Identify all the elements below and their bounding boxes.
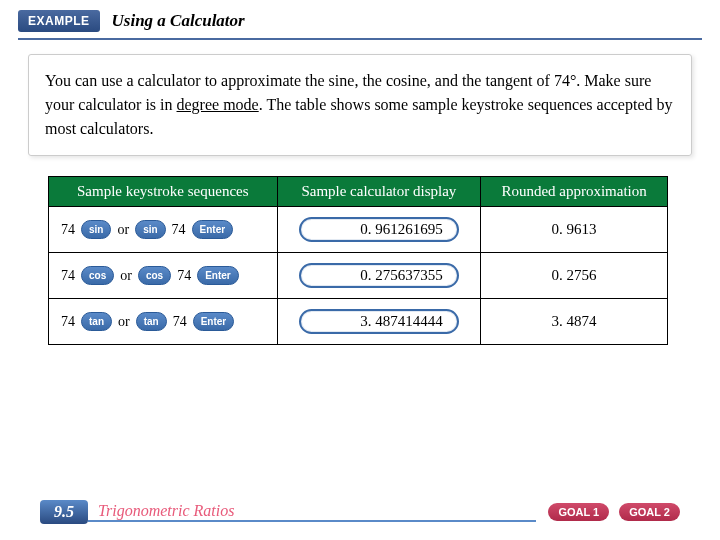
enter-key: Enter: [193, 312, 235, 331]
table-row: 74 cos or cos 74 Enter 0. 275637355 0. 2…: [49, 253, 668, 299]
table-row: 74 sin or sin 74 Enter 0. 961261695 0. 9…: [49, 207, 668, 253]
keystroke-seq: 74 cos or cos 74 Enter: [61, 266, 269, 285]
footer: 9.5 Trigonometric Ratios GOAL 1 GOAL 2: [0, 490, 720, 540]
keystroke-seq: 74 tan or tan 74 Enter: [61, 312, 269, 331]
section-strip: 9.5 Trigonometric Ratios GOAL 1 GOAL 2: [40, 500, 680, 524]
calc-display: 3. 487414444: [299, 309, 459, 334]
goal-1-badge: GOAL 1: [548, 503, 609, 521]
angle-value: 74: [61, 314, 75, 330]
th-display: Sample calculator display: [277, 177, 481, 207]
angle-value: 74: [172, 222, 186, 238]
th-approx: Rounded approximation: [481, 177, 668, 207]
or-text: or: [120, 268, 132, 284]
tan-key: tan: [136, 312, 167, 331]
angle-value: 74: [173, 314, 187, 330]
table-row: 74 tan or tan 74 Enter 3. 487414444 3. 4…: [49, 299, 668, 345]
angle-value: 74: [61, 268, 75, 284]
header-rule: [18, 38, 702, 40]
goal-2-badge: GOAL 2: [619, 503, 680, 521]
cos-key: cos: [138, 266, 171, 285]
sin-key: sin: [135, 220, 165, 239]
section-title: Trigonometric Ratios: [88, 502, 536, 522]
page-title: Using a Calculator: [112, 11, 245, 31]
goals: GOAL 1 GOAL 2: [548, 503, 680, 521]
header: EXAMPLE Using a Calculator: [0, 0, 720, 38]
angle-value: 74: [177, 268, 191, 284]
sin-key: sin: [81, 220, 111, 239]
keystroke-seq: 74 sin or sin 74 Enter: [61, 220, 269, 239]
or-text: or: [117, 222, 129, 238]
approx-value: 0. 9613: [481, 207, 668, 253]
trig-table: Sample keystroke sequences Sample calcul…: [48, 176, 668, 345]
angle-value: 74: [61, 222, 75, 238]
cos-key: cos: [81, 266, 114, 285]
calc-display: 0. 961261695: [299, 217, 459, 242]
enter-key: Enter: [197, 266, 239, 285]
enter-key: Enter: [192, 220, 234, 239]
tan-key: tan: [81, 312, 112, 331]
th-keystrokes: Sample keystroke sequences: [49, 177, 278, 207]
intro-box: You can use a calculator to approximate …: [28, 54, 692, 156]
approx-value: 3. 4874: [481, 299, 668, 345]
approx-value: 0. 2756: [481, 253, 668, 299]
example-badge: EXAMPLE: [18, 10, 100, 32]
section-number: 9.5: [40, 500, 88, 524]
or-text: or: [118, 314, 130, 330]
calc-display: 0. 275637355: [299, 263, 459, 288]
intro-underline: degree mode: [177, 96, 259, 113]
